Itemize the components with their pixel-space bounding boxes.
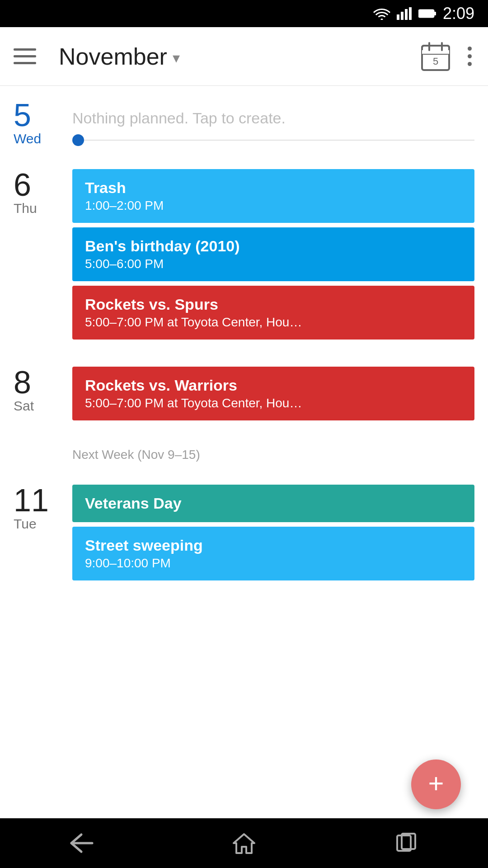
event-time-street-sweeping: 9:00–10:00 PM bbox=[85, 556, 462, 571]
app-bar-actions: 5 bbox=[420, 41, 474, 72]
event-time-bens-birthday: 5:00–6:00 PM bbox=[85, 257, 462, 271]
wifi-icon bbox=[373, 7, 390, 20]
status-time: 2:09 bbox=[443, 4, 474, 23]
svg-rect-0 bbox=[397, 14, 399, 20]
svg-marker-14 bbox=[234, 834, 254, 853]
event-time-trash: 1:00–2:00 PM bbox=[85, 198, 462, 213]
add-icon: + bbox=[428, 770, 444, 797]
event-title-veterans-day: Veterans Day bbox=[85, 495, 462, 512]
day-section-8: 8 Sat Rockets vs. Warriors 5:00–7:00 PM … bbox=[0, 353, 488, 434]
day-name-8: Sat bbox=[14, 398, 34, 414]
event-title-street-sweeping: Street sweeping bbox=[85, 537, 462, 554]
home-icon bbox=[233, 832, 255, 854]
app-bar: November ▾ 5 bbox=[0, 27, 488, 86]
event-title-rockets-warriors: Rockets vs. Warriors bbox=[85, 377, 462, 394]
svg-rect-3 bbox=[409, 7, 412, 20]
day-name-11: Tue bbox=[14, 516, 37, 532]
day-name-5: Wed bbox=[14, 131, 41, 146]
event-time-rockets-spurs: 5:00–7:00 PM at Toyota Center, Hou… bbox=[85, 315, 462, 330]
event-card-rockets-spurs[interactable]: Rockets vs. Spurs 5:00–7:00 PM at Toyota… bbox=[72, 286, 474, 340]
dropdown-arrow-icon[interactable]: ▾ bbox=[173, 49, 180, 66]
svg-rect-5 bbox=[434, 12, 436, 15]
event-card-bens-birthday[interactable]: Ben's birthday (2010) 5:00–6:00 PM bbox=[72, 227, 474, 281]
calendar-icon: 5 bbox=[420, 41, 451, 72]
day-section-11: 11 Tue Veterans Day Street sweeping 9:00… bbox=[0, 471, 488, 594]
recents-button[interactable] bbox=[384, 830, 429, 857]
status-bar: 2:09 bbox=[0, 0, 488, 27]
timeline-line-5 bbox=[84, 140, 474, 141]
event-title-bens-birthday: Ben's birthday (2010) bbox=[85, 237, 462, 255]
day-number-8: 8 bbox=[14, 367, 31, 398]
home-button[interactable] bbox=[221, 830, 267, 857]
battery-icon bbox=[418, 9, 436, 19]
svg-text:5: 5 bbox=[433, 56, 438, 67]
timeline-5 bbox=[72, 134, 474, 146]
back-icon bbox=[69, 833, 94, 854]
day-label-8: 8 Sat bbox=[0, 367, 72, 425]
event-card-trash[interactable]: Trash 1:00–2:00 PM bbox=[72, 169, 474, 223]
app-bar-title: November ▾ bbox=[41, 43, 420, 70]
empty-day-text-5[interactable]: Nothing planned. Tap to create. bbox=[72, 99, 474, 127]
day-name-6: Thu bbox=[14, 201, 37, 216]
day-number-11: 11 bbox=[14, 485, 49, 516]
day-events-11: Veterans Day Street sweeping 9:00–10:00 … bbox=[72, 485, 488, 585]
day-number-6: 6 bbox=[14, 169, 31, 201]
day-section-5: 5 Wed Nothing planned. Tap to create. bbox=[0, 86, 488, 156]
status-icons: 2:09 bbox=[373, 4, 474, 23]
event-title-rockets-spurs: Rockets vs. Spurs bbox=[85, 296, 462, 313]
svg-rect-2 bbox=[405, 9, 408, 20]
day-section-6: 6 Thu Trash 1:00–2:00 PM Ben's birthday … bbox=[0, 156, 488, 353]
bottom-nav bbox=[0, 818, 488, 868]
event-card-rockets-warriors[interactable]: Rockets vs. Warriors 5:00–7:00 PM at Toy… bbox=[72, 367, 474, 420]
event-title-trash: Trash bbox=[85, 179, 462, 197]
month-title: November bbox=[59, 43, 167, 70]
day-events-8: Rockets vs. Warriors 5:00–7:00 PM at Toy… bbox=[72, 367, 488, 425]
add-event-fab[interactable]: + bbox=[411, 760, 461, 809]
day-label-5: 5 Wed bbox=[0, 99, 72, 146]
timeline-dot-5 bbox=[72, 134, 84, 146]
svg-rect-9 bbox=[422, 50, 449, 54]
calendar-today-button[interactable]: 5 bbox=[420, 41, 451, 72]
event-time-rockets-warriors: 5:00–7:00 PM at Toyota Center, Hou… bbox=[85, 396, 462, 410]
calendar-content: 5 Wed Nothing planned. Tap to create. 6 … bbox=[0, 86, 488, 639]
svg-rect-6 bbox=[419, 10, 432, 17]
menu-button[interactable] bbox=[14, 43, 41, 70]
day-number-5: 5 bbox=[14, 99, 31, 131]
event-card-street-sweeping[interactable]: Street sweeping 9:00–10:00 PM bbox=[72, 527, 474, 580]
day-label-6: 6 Thu bbox=[0, 169, 72, 344]
back-button[interactable] bbox=[59, 830, 104, 857]
more-options-button[interactable] bbox=[465, 42, 474, 71]
day-events-6: Trash 1:00–2:00 PM Ben's birthday (2010)… bbox=[72, 169, 488, 344]
week-separator: Next Week (Nov 9–15) bbox=[0, 434, 488, 471]
svg-rect-1 bbox=[401, 12, 404, 20]
day-events-5: Nothing planned. Tap to create. bbox=[72, 99, 488, 146]
day-label-11: 11 Tue bbox=[0, 485, 72, 585]
signal-icon bbox=[397, 7, 412, 20]
event-card-veterans-day[interactable]: Veterans Day bbox=[72, 485, 474, 522]
recents-icon bbox=[395, 833, 418, 854]
